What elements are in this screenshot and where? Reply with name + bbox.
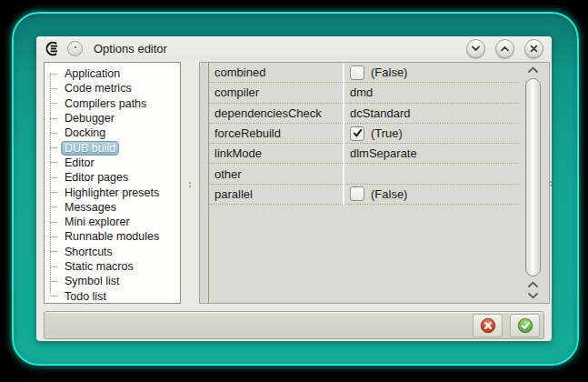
sidebar-item-label: Editor pages: [61, 170, 132, 185]
property-value[interactable]: dcStandard: [350, 106, 411, 120]
tree-branch-icon: [50, 192, 57, 193]
sidebar-item-label: Highlighter presets: [61, 186, 163, 200]
property-value[interactable]: (False): [371, 187, 407, 201]
property-name: combined: [209, 65, 343, 79]
maximize-button[interactable]: [495, 39, 514, 58]
column-separator[interactable]: [343, 63, 344, 205]
window-frame: Options editor Application Code metrics: [12, 12, 579, 366]
checkmark-icon: [353, 128, 363, 138]
sidebar-item[interactable]: Application: [50, 66, 180, 81]
splitter-grip-icon: [189, 182, 191, 187]
sidebar-item[interactable]: Debugger: [50, 111, 180, 126]
property-value-cell: (False): [343, 186, 519, 201]
scroll-up-button-bottom[interactable]: [523, 279, 543, 290]
close-icon: [529, 44, 539, 54]
sidebar-item-label: Compilers paths: [61, 96, 150, 111]
sidebar-item[interactable]: DUB build: [50, 140, 180, 155]
property-value[interactable]: dlmSeparate: [350, 146, 417, 160]
window-title: Options editor: [94, 42, 459, 55]
property-name: compiler: [209, 85, 343, 99]
property-row[interactable]: forceRebuild (True): [209, 124, 519, 144]
property-name: other: [209, 167, 343, 181]
property-grid: combined (False) compiler dmd dependenci…: [199, 62, 550, 304]
sidebar-item[interactable]: Runnable modules: [50, 229, 180, 244]
window-controls: [466, 39, 543, 58]
sidebar-item[interactable]: Code metrics: [50, 81, 180, 96]
accept-circle-icon: [517, 317, 533, 334]
property-value-cell: dmd: [343, 85, 519, 99]
tree-branch-icon: [50, 133, 57, 134]
sidebar-item[interactable]: Highlighter presets: [50, 185, 180, 199]
property-value[interactable]: (False): [371, 65, 407, 79]
sidebar-item[interactable]: Editor pages: [50, 170, 180, 185]
value-checkbox[interactable]: [350, 126, 364, 141]
sidebar-item-label: DUB build: [61, 141, 119, 156]
sidebar-item-label: Debugger: [61, 111, 118, 126]
content-area: Application Code metrics Compilers paths…: [36, 61, 552, 307]
chevron-down-icon: [471, 44, 481, 54]
chevron-up-icon: [500, 44, 510, 54]
property-row[interactable]: combined (False): [209, 63, 519, 83]
cancel-circle-icon: [480, 317, 496, 334]
property-name: forceRebuild: [209, 126, 343, 140]
cancel-button[interactable]: [473, 314, 503, 337]
titlebar[interactable]: Options editor: [36, 36, 552, 61]
tree-branch-icon: [50, 222, 57, 223]
minimize-button[interactable]: [466, 39, 485, 58]
property-rows: combined (False) compiler dmd dependenci…: [209, 63, 519, 303]
property-row[interactable]: other: [209, 164, 519, 184]
tree-branch-icon: [50, 147, 57, 148]
property-value-cell: (False): [343, 65, 519, 80]
scroll-down-button[interactable]: [523, 290, 543, 301]
sidebar-item[interactable]: Static macros: [50, 259, 180, 274]
tree-branch-icon: [50, 177, 57, 178]
chevron-up-icon: [527, 65, 539, 75]
close-button[interactable]: [524, 39, 543, 58]
tree-branch-icon: [50, 88, 57, 89]
property-name: linkMode: [209, 146, 343, 160]
property-row[interactable]: dependenciesCheck dcStandard: [209, 104, 519, 124]
sidebar-item[interactable]: Symbol list: [50, 274, 180, 288]
tree-branch-icon: [50, 118, 57, 119]
property-value-cell: (True): [343, 126, 519, 141]
property-grid-gutter: [200, 63, 209, 303]
property-value[interactable]: dmd: [350, 85, 373, 99]
sidebar-item-label: Runnable modules: [61, 229, 163, 244]
accept-button[interactable]: [510, 314, 540, 337]
chevron-down-icon: [527, 291, 539, 300]
sidebar-item-label: Application: [61, 66, 124, 81]
tree-branch-icon: [50, 103, 57, 104]
value-checkbox[interactable]: [350, 65, 364, 80]
sidebar-item-label: Shortcuts: [61, 245, 116, 259]
chevron-up-icon: [527, 280, 539, 289]
sidebar-item-label: Docking: [61, 126, 109, 140]
sidebar-item[interactable]: Messages: [50, 200, 180, 215]
sidebar-item[interactable]: Shortcuts: [50, 245, 180, 259]
options-editor-dialog: Options editor Application Code metrics: [36, 36, 552, 341]
sidebar-item[interactable]: Todo list: [50, 288, 180, 303]
sidebar-item-label: Editor: [61, 156, 98, 170]
sidebar-item[interactable]: Editor: [50, 156, 180, 170]
sidebar-item-label: Messages: [61, 200, 120, 215]
property-row[interactable]: linkMode dlmSeparate: [209, 144, 519, 164]
tree-branch-icon: [50, 281, 57, 282]
titlebar-menu-button[interactable]: [67, 41, 83, 56]
property-row[interactable]: compiler dmd: [209, 83, 519, 103]
scrollbar-thumb[interactable]: [525, 78, 541, 276]
categories-panel: Application Code metrics Compilers paths…: [44, 62, 181, 304]
dialog-button-bar: [44, 311, 544, 339]
vertical-scrollbar[interactable]: [523, 65, 543, 301]
value-checkbox[interactable]: [350, 186, 364, 201]
sidebar-item[interactable]: Docking: [50, 126, 180, 140]
scroll-up-button[interactable]: [523, 65, 543, 75]
property-value[interactable]: (True): [371, 126, 403, 140]
sidebar-item-label: Todo list: [61, 289, 110, 304]
sidebar-splitter[interactable]: [181, 61, 199, 307]
sidebar-item[interactable]: Compilers paths: [50, 96, 180, 111]
property-value-cell: dlmSeparate: [343, 146, 519, 160]
right-edge-grip-icon[interactable]: [550, 181, 552, 186]
property-row[interactable]: parallel (False): [209, 185, 519, 205]
sidebar-item-label: Mini explorer: [61, 215, 134, 229]
sidebar-item[interactable]: Mini explorer: [50, 215, 180, 229]
property-value-cell: dcStandard: [343, 106, 519, 120]
